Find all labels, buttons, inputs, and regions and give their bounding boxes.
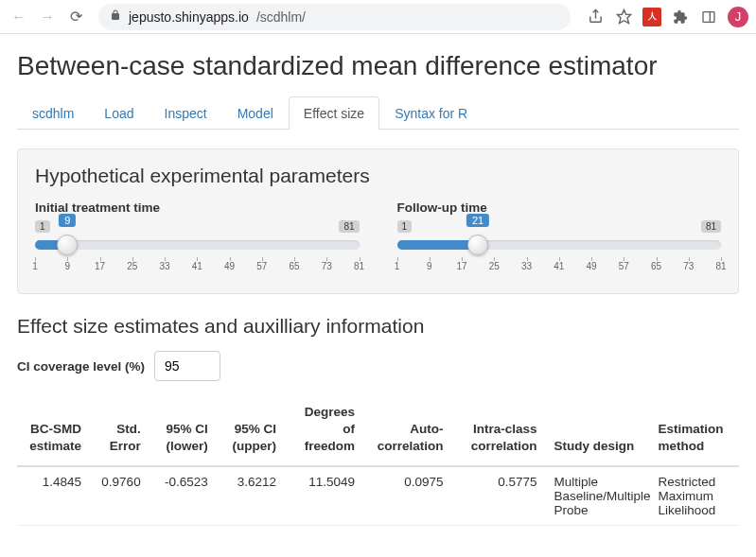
col-se: Std. Error xyxy=(95,398,154,466)
col-ci-hi: 95% CI (upper) xyxy=(221,398,290,466)
tab-model[interactable]: Model xyxy=(222,96,289,130)
ci-input-group: CI coverage level (%) xyxy=(17,351,739,381)
follow-up-time-group: Follow-up time 1 81 21 xyxy=(397,200,722,284)
cell-design: Multiple Baseline/Multiple Probe xyxy=(551,466,655,526)
cell-method: Restricted Maximum Likelihood xyxy=(655,466,739,526)
col-bcsmd: BC-SMD estimate xyxy=(17,398,95,466)
page-title: Between-case standardized mean differenc… xyxy=(17,51,739,81)
slider-max: 81 xyxy=(701,220,721,233)
col-ci-lo: 95% CI (lower) xyxy=(154,398,221,466)
slider-handle[interactable] xyxy=(57,235,78,255)
slider-min: 1 xyxy=(35,220,50,233)
forward-icon[interactable]: → xyxy=(36,6,59,28)
lock-icon xyxy=(110,9,121,24)
url-host: jepusto.shinyapps.io xyxy=(129,9,249,25)
slider-min: 1 xyxy=(397,220,413,233)
slider-ticks: 1 9 17 25 33 41 49 57 65 73 81 xyxy=(35,261,360,284)
initial-treatment-time-group: Initial treatment time 1 81 9 xyxy=(35,200,360,284)
ci-coverage-input[interactable] xyxy=(154,351,220,381)
initial-treatment-label: Initial treatment time xyxy=(35,200,360,215)
cell-bcsmd: 1.4845 xyxy=(17,466,95,526)
effect-size-heading: Effect size estimates and auxilliary inf… xyxy=(17,315,739,338)
initial-treatment-slider[interactable] xyxy=(35,240,360,250)
follow-up-label: Follow-up time xyxy=(397,200,722,215)
share-icon[interactable] xyxy=(586,8,605,26)
page-content: Between-case standardized mean differenc… xyxy=(0,34,756,535)
address-bar[interactable]: jepusto.shinyapps.io/scdhlm/ xyxy=(98,4,571,30)
slider-fill xyxy=(397,240,479,250)
browser-toolbar: ← → ⟳ jepusto.shinyapps.io/scdhlm/ 人 J xyxy=(0,0,756,34)
tab-scdhlm[interactable]: scdhlm xyxy=(17,96,89,130)
cell-ci-hi: 3.6212 xyxy=(221,466,290,526)
svg-rect-1 xyxy=(703,11,714,22)
slider-value-bubble: 9 xyxy=(59,214,76,227)
tab-inspect[interactable]: Inspect xyxy=(149,96,222,130)
col-icc: Intra-class correlation xyxy=(456,398,550,466)
col-design: Study design xyxy=(551,398,655,466)
extensions-icon[interactable] xyxy=(671,8,690,26)
tab-bar: scdhlm Load Inspect Model Effect size Sy… xyxy=(17,96,739,130)
slider-max: 81 xyxy=(339,220,359,233)
parameters-panel: Hypothetical experimental parameters Ini… xyxy=(17,148,739,294)
ci-coverage-label: CI coverage level (%) xyxy=(17,359,145,374)
slider-handle[interactable] xyxy=(467,235,488,255)
tab-load[interactable]: Load xyxy=(89,96,149,130)
table-row: 1.4845 0.9760 -0.6523 3.6212 11.5049 0.0… xyxy=(17,466,739,526)
back-icon[interactable]: ← xyxy=(8,6,30,28)
col-autocorr: Auto-correlation xyxy=(368,398,456,466)
slider-value-bubble: 21 xyxy=(466,214,489,227)
col-method: Estimation method xyxy=(655,398,739,466)
parameters-heading: Hypothetical experimental parameters xyxy=(35,165,721,187)
tab-syntax[interactable]: Syntax for R xyxy=(379,96,483,130)
follow-up-slider[interactable] xyxy=(397,240,722,250)
profile-avatar[interactable]: J xyxy=(728,7,748,27)
cell-ci-lo: -0.6523 xyxy=(154,466,221,526)
cell-se: 0.9760 xyxy=(95,466,154,526)
results-table: BC-SMD estimate Std. Error 95% CI (lower… xyxy=(17,398,739,526)
cell-df: 11.5049 xyxy=(290,466,368,526)
slider-ticks: 1 9 17 25 33 41 49 57 65 73 81 xyxy=(397,261,722,284)
sidepanel-icon[interactable] xyxy=(699,8,718,26)
cell-icc: 0.5775 xyxy=(456,466,550,526)
acrobat-icon[interactable]: 人 xyxy=(642,8,661,26)
svg-marker-0 xyxy=(617,9,630,23)
star-icon[interactable] xyxy=(614,8,633,26)
cell-autocorr: 0.0975 xyxy=(368,466,456,526)
tab-effect-size[interactable]: Effect size xyxy=(289,96,379,130)
url-path: /scdhlm/ xyxy=(256,9,306,25)
col-df: Degrees of freedom xyxy=(290,398,368,466)
table-header-row: BC-SMD estimate Std. Error 95% CI (lower… xyxy=(17,398,739,466)
reload-icon[interactable]: ⟳ xyxy=(64,6,87,28)
